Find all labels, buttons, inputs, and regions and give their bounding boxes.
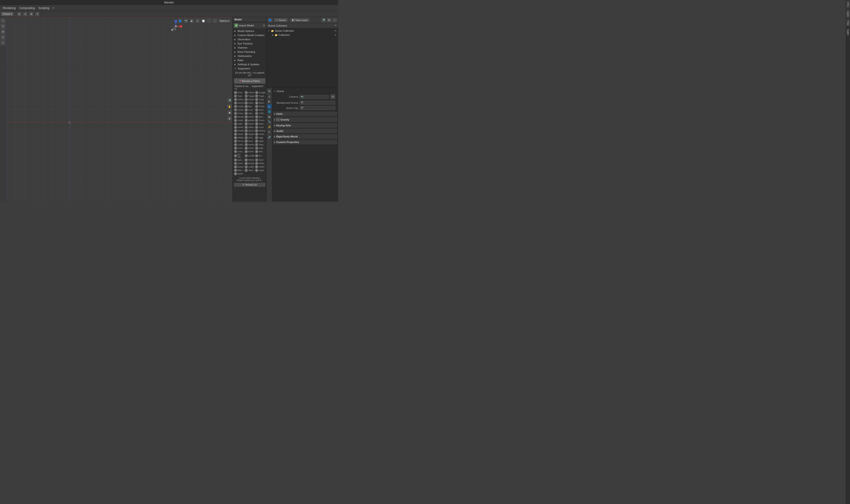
section-supporters[interactable]: ▼ Supporters <box>233 67 266 71</box>
viewport-overlay-icon[interactable]: ◉ <box>189 18 194 23</box>
prop-value-camera[interactable]: 📷 <box>299 95 329 99</box>
section-eye-tracking[interactable]: ▶ Eye Tracking <box>233 41 266 46</box>
section-visemes[interactable]: ▶ Visemes <box>233 46 266 50</box>
snap-button[interactable]: ⊕ <box>17 12 22 17</box>
props-icon-object[interactable]: ▣ <box>267 114 272 119</box>
props-icon-view-layer[interactable]: ◧ <box>267 99 272 104</box>
proportional-edit-button[interactable]: ⊙ <box>23 12 28 17</box>
section-custom-model-creation[interactable]: ▶ Custom Model Creation <box>233 33 266 37</box>
props-icon-modifiers[interactable]: 🔧 <box>267 120 272 124</box>
menu-item-rendering[interactable]: Rendering <box>1 6 17 10</box>
menu-item-compositing[interactable]: Compositing <box>17 6 37 10</box>
section-bake[interactable]: ▶ Bake <box>233 58 266 62</box>
eye-icon-scene-collection[interactable]: 👁 <box>334 30 337 32</box>
supporter-curio: C Curio <box>255 126 265 129</box>
supporter-lhun: L Lhun <box>245 136 255 139</box>
tool-select[interactable]: ↖ <box>0 18 5 23</box>
units-section-header[interactable]: ▶ Units <box>273 111 337 116</box>
transform-button[interactable]: ⊞ <box>29 12 34 17</box>
global-mode-dropdown[interactable]: Global ▾ <box>1 12 14 16</box>
scene-selector-icon[interactable]: 🔵 <box>267 18 273 23</box>
gizmo-orb[interactable] <box>169 19 183 33</box>
keying-sets-section-header[interactable]: ▶ Keying Sets <box>273 123 337 128</box>
side-tool-1[interactable]: 🔎 <box>227 98 232 103</box>
section-model-options[interactable]: ▶ Model Options <box>233 29 266 33</box>
prop-row-active-clip: Active Clip 🎬 <box>273 105 337 111</box>
props-icon-scene[interactable]: ⬡ <box>267 104 272 109</box>
search-button[interactable]: 🔎 <box>321 18 326 23</box>
gravity-section-header[interactable]: ▶ ✓ Gravity <box>273 117 337 122</box>
view-layer-dropdown[interactable]: ◧ View Layer <box>290 18 310 22</box>
viewport-material-icon[interactable]: ⚪ <box>201 18 206 23</box>
scene-expand-arrow[interactable]: ▼ <box>274 90 276 92</box>
gravity-checkbox[interactable]: ✓ <box>276 118 280 121</box>
import-menu-dots[interactable]: ≡ <box>263 23 265 27</box>
viewport-xray-icon[interactable]: ⬡ <box>195 18 200 23</box>
missing-name-text: Is your name missing?Please contact us i… <box>233 176 266 182</box>
side-tool-4[interactable]: ⊞ <box>227 116 232 121</box>
viewport[interactable]: 🔵 📷 ◉ ⬡ ⚪ ⬛ ⋯ Options ▾ <box>6 17 232 202</box>
viewport-dots-icon[interactable]: ⋯ <box>212 18 218 23</box>
avatar-finnis: F <box>255 105 258 108</box>
scene-dropdown[interactable]: ⬡ Scene <box>274 18 288 22</box>
prop-value-active-clip[interactable]: 🎬 <box>299 106 335 110</box>
become-patron-button[interactable]: ♥ Become a Patron <box>234 78 265 84</box>
custom-props-section-label: Custom Properties <box>276 141 299 143</box>
avatar-hamm: H <box>245 143 248 146</box>
supporter-spac: S spac... <box>234 158 244 162</box>
side-tool-3[interactable]: ◉ <box>227 110 232 115</box>
tree-item-collection[interactable]: ▶ 📁 Collection 👁 <box>266 33 338 37</box>
props-icon-particles[interactable]: ✨ <box>267 125 272 129</box>
eye-icon-collection[interactable]: 👁 <box>334 34 337 36</box>
avatar-tomm: T <box>255 119 258 122</box>
avatar-googie: G <box>255 91 258 94</box>
supporter-tyrant: T Tyrant <box>234 108 244 111</box>
avatar-serryj: S <box>245 129 248 132</box>
section-optimization[interactable]: ▶ Optimization <box>233 54 266 58</box>
viewport-gizmo <box>169 19 183 33</box>
props-icon-constraints[interactable]: 🔗 <box>267 135 272 139</box>
tool-rotate[interactable]: ↻ <box>0 35 5 40</box>
supporter-subco: S Subco <box>234 98 244 101</box>
avatar-lhun: L <box>245 136 248 139</box>
viewport-camera-icon[interactable]: 📷 <box>184 18 189 23</box>
rigid-body-world-section-header[interactable]: ▶ Rigid Body World <box>273 134 337 139</box>
avatar-konan: K <box>234 165 237 168</box>
menu-item-scripting[interactable]: Scripting <box>37 6 51 10</box>
prop-value-background-scene[interactable]: 🎬 <box>299 101 335 105</box>
more-options-button[interactable]: ⋯ <box>332 18 337 23</box>
section-bone-parenting[interactable]: ▶ Bone Parenting <box>233 50 266 54</box>
props-icon-render[interactable]: 📷 <box>267 89 272 93</box>
camera-edit-button[interactable]: ✏ <box>330 94 335 99</box>
tool-cursor[interactable]: ✛ <box>0 23 5 29</box>
side-tool-2[interactable]: ✋ <box>227 104 232 109</box>
props-lower-section: 📷 🖨 ◧ ⬡ 🌐 ▣ 🔧 ✨ ⚙ 🔗 ▼ Scene Cam <box>266 88 338 202</box>
section-decimation[interactable]: ▶ Decimation <box>233 37 266 41</box>
reload-list-button[interactable]: ↻ Reload List <box>234 183 265 187</box>
section-settings-updates[interactable]: ▶ Settings & Updates <box>233 62 266 67</box>
audio-section-header[interactable]: ▶ Audio <box>273 129 337 133</box>
scene-name: Scene <box>279 19 286 21</box>
axis-horizontal <box>6 122 232 123</box>
filter-button[interactable]: ⊟ <box>327 18 332 23</box>
options-dropdown[interactable]: Options ▾ <box>218 19 231 23</box>
tree-label-scene-collection: Scene Collection <box>275 30 294 32</box>
global-mode-label: Global <box>2 13 10 15</box>
viewport-rendered-icon[interactable]: ⬛ <box>207 18 212 23</box>
tool-scale[interactable]: ⤡ <box>0 40 5 46</box>
extra-button[interactable]: ✦ <box>35 12 40 17</box>
toolbar: Global ▾ ⊕ ⊙ ⊞ ✦ <box>0 11 338 17</box>
avatar-lyda: L <box>234 122 237 125</box>
props-icon-physics[interactable]: ⚙ <box>267 130 272 134</box>
custom-properties-section-header[interactable]: ▶ Custom Properties <box>273 140 337 144</box>
avatar-lucifer: L <box>245 154 248 157</box>
import-model-row[interactable]: ⬆ Import Model ≡ <box>233 23 266 28</box>
tool-move[interactable]: ✥ <box>0 29 5 34</box>
props-icon-world[interactable]: 🌐 <box>267 109 272 114</box>
props-icon-output[interactable]: 🖨 <box>267 94 272 98</box>
tree-item-scene-collection[interactable]: ▼ 📁 Scene Collection 👁 <box>266 29 338 33</box>
gizmo-center <box>175 25 177 28</box>
supporter-hamm: H Hamm <box>245 143 255 146</box>
supporter-krisu: K Krisu <box>234 91 244 94</box>
add-workspace-button[interactable]: + <box>51 6 56 10</box>
